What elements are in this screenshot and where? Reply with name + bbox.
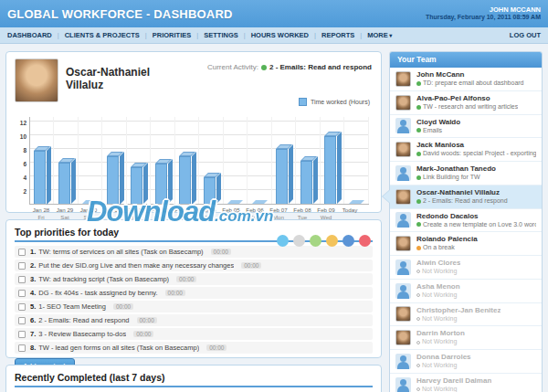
status-dot-icon [416,317,420,321]
chart-plot-area [29,117,369,205]
nav-item-priorities[interactable]: PRIORITIES [153,31,192,39]
legend-swatch-icon [299,98,307,106]
team-member-status-text: 2 - Emails: Read and respond [423,197,508,206]
time-badge: 00:00 [113,303,133,310]
logout-link[interactable]: LOG OUT [510,31,541,39]
team-member-row[interactable]: John McCannTD: prepare email about dashb… [390,68,542,91]
chart-bar-column [321,117,344,204]
team-member-row[interactable]: Alwin CloresNot Working [390,256,542,280]
priority-text: 2 - Emails: Read and respond [38,316,129,324]
priority-row: 5.1- SEO Team Meeting00:00 [15,301,373,313]
team-member-info: Christopher-Jan BenitezNot Working [416,306,501,323]
team-member-status-text: Not Working [422,362,457,370]
team-member-status-text: Not Working [422,268,457,276]
task-checkbox[interactable] [18,290,26,297]
priority-number: 5. [30,302,36,311]
nav-items: DASHBOARD|CLIENTS & PROJECTS|PRIORITIES|… [7,31,392,39]
priority-row: 8.TW - lead gen forms on all sites (Task… [15,342,373,354]
team-sidebar: Your Team John McCannTD: prepare email a… [389,51,543,392]
team-member-info: Harvey Darell DalmanNot Working [416,376,491,392]
bar [155,164,167,204]
chart-y-tick-label: 8 [23,147,26,154]
nav-separator: | [360,31,362,39]
avatar [395,118,411,133]
nav-item-settings[interactable]: SETTINGS [204,31,238,39]
bar [300,161,312,204]
nav-item-more[interactable]: MORE ▾ [367,31,392,39]
team-member-info: John McCannTD: prepare email about dashb… [416,70,524,88]
team-member-row[interactable]: Cloyd WaldoEmails [390,115,542,139]
priorities-header: Top priorities for today [15,227,373,242]
header-user-block: JOHN MCCANN Thursday, February 10, 2011 … [426,5,541,22]
team-member-row[interactable]: Alva-Pao-Pei AlfonsoTW - research and wr… [390,91,542,115]
priority-number: 4. [30,289,36,297]
priority-color-dot[interactable] [293,235,305,247]
time-badge: 00:00 [176,276,196,282]
avatar [395,377,411,392]
team-member-status-text: Not Working [422,386,457,392]
team-member-row[interactable]: Redondo DacalosCreate a new template on … [390,209,542,233]
task-checkbox[interactable] [18,331,26,338]
task-checkbox[interactable] [18,262,26,270]
bar [131,167,142,204]
priority-number: 3. [30,275,36,283]
team-member-info: Oscar-Nathaniel Villaluz2 - Emails: Read… [416,188,508,206]
team-member-status: David woods: special Project - exporting… [416,150,536,158]
priority-text: TW: terms of services on all sites (Task… [38,248,203,256]
status-dot-icon [416,199,421,204]
team-member-status: Not Working [416,362,471,370]
priority-color-dot[interactable] [342,235,354,247]
priority-text: Put the dev SID.org Live and then make a… [38,261,234,270]
x-tick-date: Feb 06 [243,207,267,214]
team-member-row[interactable]: Mark-Jonathan TanedoLink Building for TW [390,162,542,185]
profile-panel: Oscar-Nathaniel Villaluz Current Activit… [5,51,382,213]
nav-item-dashboard[interactable]: DASHBOARD [7,31,52,39]
team-member-row[interactable]: Rolando PalenciaOn a break [390,232,542,256]
bar-zero [227,200,243,204]
chart-bar-column [297,117,321,204]
team-member-row[interactable]: Oscar-Nathaniel Villaluz2 - Emails: Read… [390,185,542,209]
avatar [395,212,411,228]
priority-color-dot[interactable] [359,235,371,247]
bar-side-face [337,132,342,204]
chart-bar-column [200,117,224,204]
nav-item-reports[interactable]: REPORTS [321,31,354,39]
team-member-row[interactable]: Asha MenonNot Working [390,280,542,303]
avatar [395,165,411,181]
bar [179,156,191,205]
task-checkbox[interactable] [18,303,26,311]
priority-text: DG - fix 404s - task assigned by benny. [38,289,157,297]
priorities-panel: Top priorities for today 1.TW: terms of … [5,219,382,358]
status-dot-icon [416,270,420,273]
team-member-status: TD: prepare email about dashboard [416,79,524,88]
task-checkbox[interactable] [18,344,26,352]
chart-legend: Time worked (Hours) [299,98,370,106]
x-tick-date: Jan 31 [100,207,124,214]
team-member-row[interactable]: Jack ManlosaDavid woods: special Project… [390,138,542,162]
legend-label: Time worked (Hours) [311,99,370,105]
x-tick-date: Feb 09 [314,207,338,214]
priority-row: 2.Put the dev SID.org Live and then make… [15,260,373,271]
chart-bar-column [248,117,272,204]
priority-color-dot[interactable] [326,235,338,247]
task-checkbox[interactable] [18,249,26,256]
team-member-row[interactable]: Christopher-Jan BenitezNot Working [390,303,542,327]
team-member-name: Asha Menon [416,282,460,291]
avatar [395,283,411,299]
task-checkbox[interactable] [18,317,26,324]
bar-side-face [192,152,196,205]
priority-color-dot[interactable] [310,235,321,247]
avatar [395,306,411,322]
nav-item-hours-worked[interactable]: HOURS WORKED [251,31,309,39]
task-checkbox[interactable] [18,276,26,283]
status-dot-icon [416,246,421,250]
team-member-row[interactable]: Harvey Darell DalmanNot Working [390,374,542,392]
team-member-row[interactable]: Darrin MortonNot Working [390,326,542,350]
nav-item-clients-projects[interactable]: CLIENTS & PROJECTS [65,31,140,39]
nav-separator: | [145,31,147,39]
time-badge: 00:00 [137,317,157,323]
avatar [395,260,411,275]
priority-color-dot[interactable] [277,235,289,247]
team-member-row[interactable]: Donna DarrolesNot Working [390,350,542,374]
team-member-status: Not Working [416,338,465,346]
